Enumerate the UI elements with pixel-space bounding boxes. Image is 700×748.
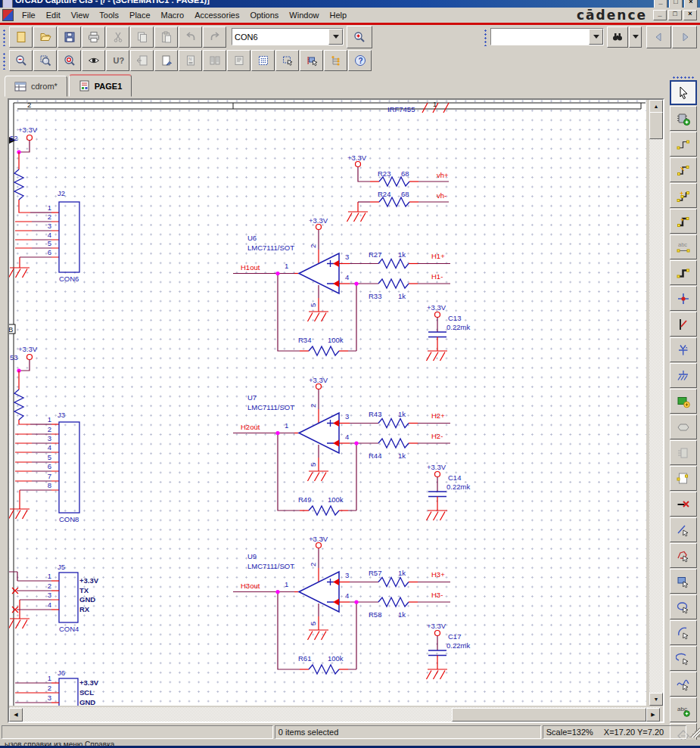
resistor-value[interactable]: 100k — [328, 654, 344, 663]
find-options-button[interactable] — [629, 26, 642, 48]
place-pin-button[interactable] — [670, 440, 697, 465]
minimize-button[interactable]: _ — [654, 0, 667, 8]
palette-drag-handle[interactable] — [671, 75, 695, 79]
new-button[interactable] — [9, 26, 33, 48]
connector-footprint[interactable]: CON8 — [59, 515, 79, 523]
scroll-left-button[interactable]: ◀ — [9, 708, 23, 722]
search-combo-dropdown[interactable] — [589, 29, 603, 45]
help-button[interactable]: ? — [348, 50, 372, 71]
net-label[interactable]: H2- — [431, 432, 443, 440]
schematic-canvas[interactable]: 2 1 B IRF7455 +3.3V — [9, 100, 646, 706]
undo-button[interactable] — [179, 26, 202, 48]
menu-tools[interactable]: Tools — [94, 9, 124, 21]
menu-options[interactable]: Options — [244, 9, 284, 21]
vh-filter-block[interactable]: +3.3V R23 68 vh+ R24 68 vh- — [347, 154, 450, 222]
zoom-area-button[interactable] — [33, 50, 57, 71]
forward-button[interactable] — [672, 26, 697, 48]
place-port-button[interactable] — [670, 414, 697, 439]
place-part-button[interactable] — [670, 106, 697, 131]
place-wire-button[interactable] — [670, 132, 697, 157]
auto-wire-multi-points-button[interactable] — [670, 183, 697, 208]
part-value[interactable]: LMC7111/SOT — [247, 403, 294, 411]
cross-reference-button[interactable] — [203, 50, 226, 71]
place-bus-button[interactable] — [670, 260, 697, 285]
place-junction-button[interactable] — [670, 286, 697, 311]
pull-resistor-ref[interactable]: 52 — [10, 134, 18, 142]
scroll-right-button[interactable]: ▶ — [646, 708, 660, 722]
net-label[interactable]: H2+ — [431, 411, 445, 420]
place-bus-entry-button[interactable] — [670, 312, 697, 337]
resistor-value[interactable]: 100k — [328, 336, 344, 344]
ground-symbol[interactable] — [347, 212, 369, 222]
part-ref[interactable]: U6 — [247, 234, 257, 242]
area-select-button[interactable] — [275, 50, 299, 71]
place-no-connect-button[interactable] — [670, 492, 697, 517]
net-label[interactable]: H1+ — [431, 252, 445, 260]
back-annotate-button[interactable] — [130, 50, 154, 71]
ground-symbol[interactable] — [9, 619, 30, 629]
place-rectangle-button[interactable] — [670, 569, 697, 594]
resistor-ref[interactable]: R34 — [298, 336, 311, 344]
part-value[interactable]: LMC7111/SOT — [247, 244, 294, 252]
part-combo[interactable] — [232, 28, 344, 45]
resistor-value[interactable]: 1k — [398, 292, 406, 300]
auto-wire-bus-button[interactable] — [670, 209, 697, 234]
connector-ref[interactable]: J2 — [58, 189, 65, 197]
menu-place[interactable]: Place — [124, 9, 156, 21]
resistor-ref[interactable]: R24 — [378, 190, 390, 198]
cut-button[interactable] — [106, 26, 129, 48]
select-tool-button[interactable] — [670, 80, 697, 105]
search-combo-input[interactable] — [491, 29, 589, 44]
auto-wire-two-points-button[interactable] — [670, 157, 697, 182]
opamp-u6[interactable]: +3.3V 2 U6 LMC7111/SOT H1out 1 3 4 5 R27… — [241, 216, 470, 344]
zoom-out-button[interactable] — [9, 50, 33, 71]
print-button[interactable] — [82, 26, 105, 48]
open-button[interactable] — [33, 26, 57, 48]
menu-window[interactable]: Window — [284, 9, 324, 21]
place-arc-button[interactable] — [670, 620, 697, 645]
connector-ref[interactable]: J3 — [58, 411, 65, 419]
place-ellipse-button[interactable] — [670, 594, 697, 619]
create-netlist-button[interactable]: N — [179, 50, 202, 71]
menu-file[interactable]: File — [17, 9, 41, 21]
net-label[interactable]: H2out — [241, 423, 260, 431]
hierarchy-button[interactable] — [324, 50, 347, 71]
copy-button[interactable] — [130, 26, 154, 48]
zoom-all-button[interactable] — [58, 50, 81, 71]
menu-edit[interactable]: Edit — [41, 9, 66, 21]
search-combo[interactable] — [490, 28, 604, 45]
bill-of-materials-button[interactable] — [227, 50, 250, 71]
restore-button[interactable]: □ — [669, 0, 683, 8]
resistor-value[interactable]: 100k — [328, 495, 344, 504]
connector-footprint[interactable]: CON4 — [59, 625, 79, 633]
power-label[interactable]: +3.3V — [18, 126, 38, 134]
resistor-ref[interactable]: R57 — [369, 569, 381, 577]
mdi-restore-button[interactable]: □ — [668, 10, 682, 20]
schematic-drawing[interactable]: 2 1 B IRF7455 +3.3V — [9, 100, 646, 706]
net-label[interactable]: H1out — [241, 263, 260, 272]
power-label[interactable]: +3.3V — [427, 622, 446, 630]
resistor-ref[interactable]: R27 — [369, 250, 381, 259]
resistor-value[interactable]: 68 — [401, 190, 409, 198]
power-symbol[interactable] — [356, 162, 361, 167]
resistor-ref[interactable]: R43 — [369, 410, 381, 418]
net-label[interactable]: H3- — [431, 591, 443, 599]
save-button[interactable] — [58, 26, 81, 48]
toolbar-drag-handle[interactable] — [2, 51, 6, 70]
power-label[interactable]: +3.3V — [18, 345, 38, 353]
net-label[interactable]: vh+ — [437, 171, 449, 179]
vertical-scroll-thumb[interactable] — [649, 112, 663, 139]
place-power-button[interactable] — [670, 337, 697, 362]
capacitor-value[interactable]: 0.22mk — [446, 641, 470, 650]
vertical-scrollbar[interactable]: ▲ ▼ — [649, 100, 663, 706]
resistor-value[interactable]: 1k — [398, 610, 406, 619]
resistor-ref[interactable]: R23 — [378, 169, 390, 178]
place-text-button[interactable]: abc — [670, 697, 697, 722]
place-hierarchical-block-button[interactable] — [670, 389, 697, 414]
part-combo-input[interactable] — [232, 29, 328, 44]
horizontal-scrollbar[interactable]: ◀ ▶ — [9, 707, 660, 722]
power-label[interactable]: +3.3V — [309, 216, 328, 225]
annotate-button[interactable]: U? — [106, 50, 129, 71]
back-button[interactable] — [646, 26, 671, 48]
scroll-up-button[interactable]: ▲ — [649, 100, 663, 113]
